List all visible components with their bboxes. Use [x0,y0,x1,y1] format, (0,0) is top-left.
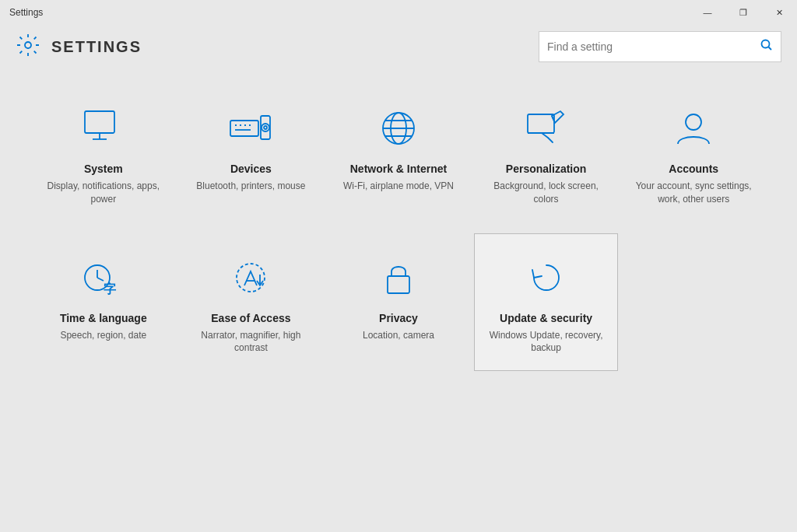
close-button[interactable]: ✕ [761,0,797,25]
settings-gear-icon [16,33,40,61]
settings-item-devices[interactable]: Devices Bluetooth, printers, mouse [179,84,324,222]
svg-point-0 [25,42,31,48]
settings-item-update[interactable]: Update & security Windows Update, recove… [474,233,619,372]
accounts-title: Accounts [669,163,718,175]
svg-point-23 [686,114,701,130]
update-icon [521,253,571,303]
accounts-desc: Your account, sync settings, work, other… [630,180,757,206]
settings-grid-row2: 字 Time & language Speech, region, date E… [31,233,766,372]
svg-line-26 [97,278,104,281]
ease-title: Ease of Access [211,312,290,324]
header: SETTINGS [0,25,797,68]
system-title: System [84,163,123,175]
svg-rect-31 [388,276,409,293]
svg-point-1 [762,40,770,48]
search-box[interactable] [539,31,781,62]
svg-point-13 [262,124,269,131]
network-icon [374,103,423,153]
settings-item-time[interactable]: 字 Time & language Speech, region, date [31,233,176,372]
svg-text:字: 字 [104,282,117,296]
search-icon-button[interactable] [760,39,773,54]
accounts-icon [669,103,718,153]
time-icon: 字 [79,253,128,303]
personalization-icon [521,103,571,153]
ease-desc: Narrator, magnifier, high contrast [188,329,315,355]
svg-rect-3 [85,111,114,133]
window-controls: — ❐ ✕ [690,0,797,25]
main-content: System Display, notifications, apps, pow… [0,68,797,532]
svg-point-14 [264,126,267,129]
system-desc: Display, notifications, apps, power [40,180,167,206]
update-desc: Windows Update, recovery, backup [483,329,610,355]
settings-item-empty [621,233,766,372]
svg-rect-6 [230,121,258,136]
network-desc: Wi-Fi, airplane mode, VPN [343,180,454,193]
update-title: Update & security [500,312,592,324]
title-bar: Settings — ❐ ✕ [0,0,797,25]
settings-item-accounts[interactable]: Accounts Your account, sync settings, wo… [621,84,766,222]
privacy-icon [374,253,423,303]
maximize-button[interactable]: ❐ [725,0,761,25]
app-title: SETTINGS [51,38,142,56]
time-desc: Speech, region, date [60,329,146,342]
settings-item-system[interactable]: System Display, notifications, apps, pow… [31,84,176,222]
privacy-title: Privacy [379,312,418,324]
network-title: Network & Internet [350,163,447,175]
header-left: SETTINGS [16,33,142,61]
personalization-desc: Background, lock screen, colors [483,180,610,206]
settings-item-network[interactable]: Network & Internet Wi-Fi, airplane mode,… [326,84,471,222]
window-title: Settings [9,7,43,18]
minimize-button[interactable]: — [690,0,725,25]
personalization-title: Personalization [506,163,586,175]
settings-item-ease[interactable]: Ease of Access Narrator, magnifier, high… [179,233,324,372]
settings-grid-row1: System Display, notifications, apps, pow… [31,84,766,222]
settings-item-personalization[interactable]: Personalization Background, lock screen,… [474,84,619,222]
system-icon [79,103,128,153]
devices-title: Devices [230,163,272,175]
svg-line-2 [769,47,772,51]
svg-rect-20 [528,114,554,133]
devices-desc: Bluetooth, printers, mouse [196,180,305,193]
privacy-desc: Location, camera [363,329,434,342]
time-title: Time & language [60,312,147,324]
settings-item-privacy[interactable]: Privacy Location, camera [326,233,471,372]
ease-icon [226,253,276,303]
devices-icon [226,103,276,153]
search-input[interactable] [547,40,760,53]
